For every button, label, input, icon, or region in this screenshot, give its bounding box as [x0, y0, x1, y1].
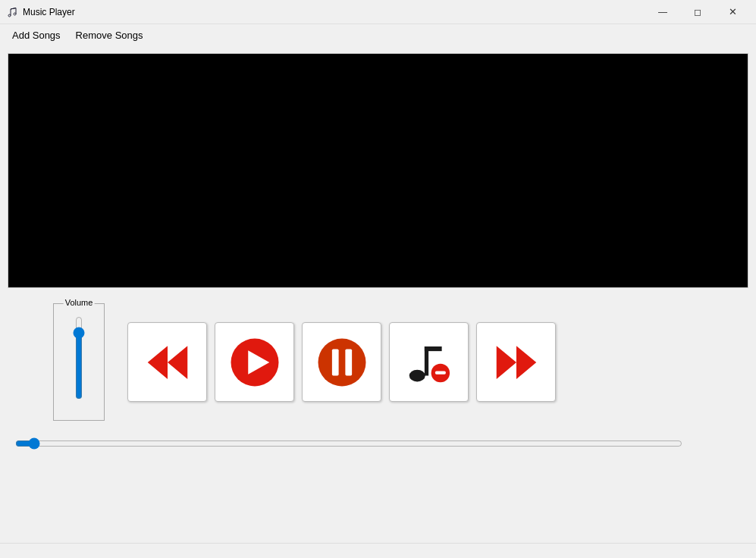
svg-marker-13 — [516, 346, 536, 379]
menu-bar: Add Songs Remove Songs — [0, 24, 756, 45]
svg-point-4 — [318, 338, 365, 386]
maximize-button[interactable]: ◻ — [680, 0, 715, 24]
menu-item-remove-songs[interactable]: Remove Songs — [70, 27, 149, 44]
svg-rect-9 — [424, 346, 441, 351]
volume-label: Volume — [64, 298, 95, 307]
scrollbar-area — [0, 543, 756, 558]
svg-rect-5 — [331, 349, 338, 375]
title-bar: Music Player — ◻ ✕ — [0, 0, 756, 24]
rewind-button[interactable] — [127, 322, 207, 402]
fast-forward-button[interactable] — [476, 322, 556, 402]
remove-song-button[interactable] — [389, 322, 469, 402]
svg-marker-0 — [147, 346, 167, 379]
maximize-icon: ◻ — [694, 7, 701, 17]
progress-area — [8, 436, 748, 454]
window-title: Music Player — [23, 7, 75, 17]
minimize-button[interactable]: — — [645, 0, 680, 24]
title-bar-left: Music Player — [6, 6, 75, 18]
close-button[interactable]: ✕ — [715, 0, 750, 24]
pause-button[interactable] — [302, 322, 381, 402]
close-icon: ✕ — [729, 6, 737, 17]
volume-slider-wrapper — [61, 309, 96, 412]
play-button[interactable] — [215, 322, 294, 402]
volume-slider[interactable] — [71, 316, 86, 400]
play-icon — [228, 336, 281, 389]
title-bar-controls: — ◻ ✕ — [645, 0, 750, 24]
fast-forward-icon — [490, 336, 543, 389]
progress-slider[interactable] — [15, 436, 682, 451]
svg-point-7 — [409, 369, 425, 381]
volume-container: Volume — [53, 303, 105, 421]
svg-marker-1 — [168, 346, 187, 379]
svg-rect-6 — [345, 349, 352, 375]
svg-rect-11 — [434, 371, 445, 374]
app-icon — [6, 6, 18, 18]
svg-marker-12 — [496, 346, 516, 379]
player-buttons — [127, 322, 556, 402]
pause-icon — [315, 336, 369, 389]
main-content: Volume — [0, 45, 756, 543]
minimize-icon: — — [658, 8, 667, 17]
remove-song-icon — [403, 336, 456, 389]
menu-item-add-songs[interactable]: Add Songs — [6, 27, 67, 44]
rewind-icon — [141, 336, 194, 389]
controls-area: Volume — [8, 288, 748, 436]
display-area — [8, 53, 748, 288]
